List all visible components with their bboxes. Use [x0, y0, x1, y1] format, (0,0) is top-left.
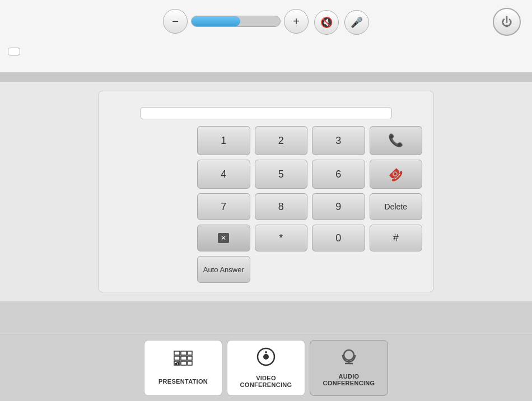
- svg-rect-8: [188, 361, 192, 365]
- key-0[interactable]: 0: [312, 225, 365, 251]
- volume-down-button[interactable]: −: [163, 9, 188, 34]
- svg-rect-3: [174, 356, 180, 360]
- mute-button[interactable]: 🔇: [314, 10, 339, 35]
- tab-audio-conferencing[interactable]: AUDIOCONFERENCING: [310, 340, 388, 396]
- privacy-section: 🎤: [344, 8, 369, 35]
- volume-section: − +: [163, 9, 309, 34]
- tab-video-label: VIDEOCONFERENCING: [240, 375, 292, 388]
- key-7[interactable]: 7: [197, 193, 250, 220]
- audio-conferencing-icon: [339, 349, 358, 369]
- key-auto-answer[interactable]: Auto Answer: [197, 256, 250, 283]
- key-delete[interactable]: Delete: [370, 193, 423, 220]
- key-8[interactable]: 8: [255, 193, 308, 220]
- shutdown-button[interactable]: ⏻: [493, 8, 521, 36]
- svg-rect-7: [181, 361, 186, 365]
- footer-tabs: PRESENTATION VIDEOCONFERENCING AUDIOCONF…: [0, 334, 532, 401]
- key-backspace[interactable]: ✕: [197, 225, 250, 251]
- key-hash[interactable]: #: [370, 225, 423, 251]
- svg-rect-5: [188, 356, 192, 360]
- key-4[interactable]: 4: [197, 160, 250, 189]
- delete-label: Delete: [385, 202, 407, 211]
- key-star[interactable]: *: [255, 225, 308, 251]
- svg-rect-0: [174, 351, 180, 355]
- volume-slider-track[interactable]: [191, 16, 281, 27]
- header: − + 🔇 🎤 ⏻: [0, 0, 532, 73]
- shutdown-section: ⏻: [493, 6, 521, 36]
- phone-body: 1 2 3 📞 4 5 6 ☎ 7 8 9 Delete ✕: [110, 126, 422, 283]
- keypad: 1 2 3 📞 4 5 6 ☎ 7 8 9 Delete ✕: [197, 126, 422, 283]
- key-5[interactable]: 5: [255, 160, 308, 189]
- call-icon: 📞: [388, 133, 403, 148]
- tab-video-conferencing[interactable]: VIDEOCONFERENCING: [227, 340, 305, 396]
- backspace-icon: ✕: [218, 233, 229, 243]
- svg-rect-2: [188, 351, 192, 355]
- key-1[interactable]: 1: [197, 126, 250, 155]
- power-icon: ⏻: [501, 16, 512, 29]
- controls-row: − + 🔇 🎤: [163, 8, 369, 35]
- end-call-icon: ☎: [385, 164, 406, 184]
- key-call[interactable]: 📞: [370, 126, 423, 155]
- header-center: − + 🔇 🎤: [163, 4, 369, 35]
- phone-panel: 1 2 3 📞 4 5 6 ☎ 7 8 9 Delete ✕: [98, 91, 434, 292]
- volume-controls: − +: [163, 9, 309, 34]
- svg-point-14: [265, 351, 267, 353]
- main-content: 1 2 3 📞 4 5 6 ☎ 7 8 9 Delete ✕: [0, 82, 532, 301]
- privacy-button[interactable]: 🎤: [344, 10, 369, 35]
- key-9[interactable]: 9: [312, 193, 365, 220]
- mute-section: 🔇: [314, 8, 339, 35]
- presentation-icon: [174, 351, 193, 374]
- key-2[interactable]: 2: [255, 126, 308, 155]
- tab-audio-label: AUDIOCONFERENCING: [323, 373, 375, 386]
- dial-display: [140, 107, 392, 119]
- volume-slider-fill: [192, 16, 240, 26]
- tab-presentation[interactable]: PRESENTATION: [144, 340, 222, 396]
- svg-rect-4: [181, 356, 186, 360]
- video-conferencing-icon: [256, 347, 276, 370]
- svg-point-13: [263, 354, 269, 360]
- key-3[interactable]: 3: [312, 126, 365, 155]
- tab-presentation-label: PRESENTATION: [158, 378, 208, 385]
- key-end[interactable]: ☎: [370, 160, 423, 189]
- key-6[interactable]: 6: [312, 160, 365, 189]
- press-instruction: [110, 126, 188, 135]
- technician-page-button[interactable]: [8, 48, 20, 55]
- volume-up-button[interactable]: +: [284, 9, 309, 34]
- header-divider: [0, 73, 532, 82]
- svg-rect-1: [181, 351, 186, 355]
